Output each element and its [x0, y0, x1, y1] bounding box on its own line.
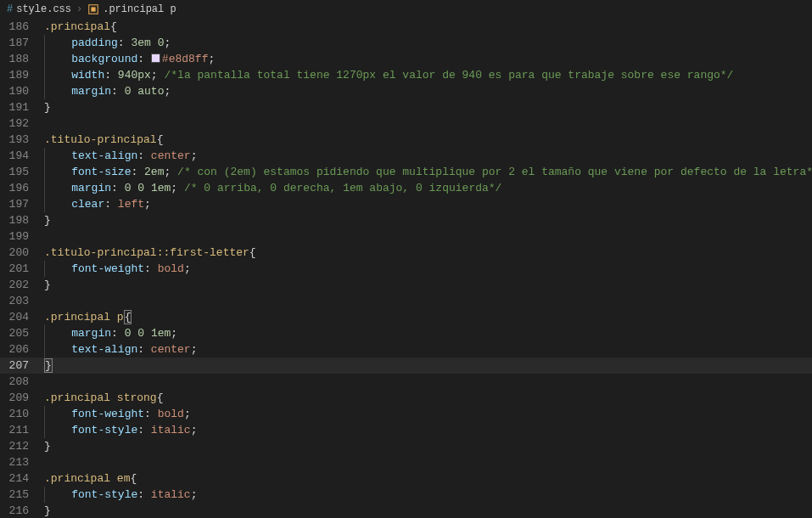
code-line[interactable]: 213: [0, 454, 812, 470]
code-line[interactable]: 198}: [0, 212, 812, 228]
code-content[interactable]: margin: 0 0 1em;: [44, 325, 812, 341]
line-number: 210: [0, 406, 44, 422]
code-content[interactable]: font-weight: bold;: [44, 261, 812, 277]
code-content[interactable]: .principal strong{: [44, 390, 812, 406]
line-number: 216: [0, 503, 44, 518]
code-content[interactable]: font-weight: bold;: [44, 406, 812, 422]
code-line[interactable]: 196 margin: 0 0 1em; /* 0 arriba, 0 dere…: [0, 180, 812, 196]
code-line[interactable]: 203: [0, 293, 812, 309]
hash-icon: #: [7, 3, 13, 15]
line-number: 192: [0, 115, 44, 132]
chevron-right-icon: ›: [76, 3, 82, 15]
code-line[interactable]: 208: [0, 374, 812, 390]
svg-rect-1: [92, 7, 96, 11]
code-content[interactable]: margin: 0 auto;: [44, 83, 812, 99]
line-number: 194: [0, 148, 44, 164]
code-line[interactable]: 204.principal p{: [0, 309, 812, 325]
code-content[interactable]: text-align: center;: [44, 148, 812, 164]
line-number: 209: [0, 390, 44, 406]
code-line[interactable]: 189 width: 940px; /*la pantalla total ti…: [0, 67, 812, 83]
code-line[interactable]: 197 clear: left;: [0, 196, 812, 212]
code-line[interactable]: 191}: [0, 99, 812, 115]
line-number: 190: [0, 83, 44, 99]
code-content[interactable]: [44, 115, 812, 132]
line-number: 205: [0, 325, 44, 341]
line-number: 215: [0, 487, 44, 503]
code-content[interactable]: margin: 0 0 1em; /* 0 arriba, 0 derecha,…: [44, 180, 812, 196]
code-line[interactable]: 187 padding: 3em 0;: [0, 35, 812, 51]
line-number: 203: [0, 293, 44, 309]
code-line[interactable]: 209.principal strong{: [0, 390, 812, 406]
code-content[interactable]: width: 940px; /*la pantalla total tiene …: [44, 67, 812, 83]
code-content[interactable]: .titulo-principal{: [44, 132, 812, 148]
line-number: 204: [0, 309, 44, 325]
code-line[interactable]: 200.titulo-principal::first-letter{: [0, 245, 812, 261]
code-content[interactable]: [44, 293, 812, 309]
code-content[interactable]: .principal{: [44, 19, 812, 35]
code-line[interactable]: 194 text-align: center;: [0, 148, 812, 164]
code-line[interactable]: 193.titulo-principal{: [0, 132, 812, 148]
code-line[interactable]: 212}: [0, 438, 812, 454]
line-number: 195: [0, 164, 44, 180]
code-line[interactable]: 188 background: #e8d8ff;: [0, 51, 812, 67]
code-content[interactable]: clear: left;: [44, 196, 812, 212]
line-number: 211: [0, 422, 44, 438]
line-number: 214: [0, 470, 44, 487]
breadcrumb[interactable]: # style.css › .principal p: [0, 0, 812, 19]
line-number: 212: [0, 438, 44, 454]
line-number: 188: [0, 51, 44, 67]
code-editor[interactable]: 186.principal{187 padding: 3em 0;188 bac…: [0, 19, 812, 518]
line-number: 198: [0, 212, 44, 228]
code-content[interactable]: font-style: italic;: [44, 487, 812, 503]
line-number: 186: [0, 19, 44, 35]
line-number: 208: [0, 374, 44, 390]
code-line[interactable]: 201 font-weight: bold;: [0, 261, 812, 277]
line-number: 187: [0, 35, 44, 51]
code-line[interactable]: 190 margin: 0 auto;: [0, 83, 812, 99]
line-number: 200: [0, 245, 44, 261]
code-content[interactable]: font-style: italic;: [44, 422, 812, 438]
line-number: 196: [0, 180, 44, 196]
code-line[interactable]: 216}: [0, 503, 812, 518]
code-line[interactable]: 192: [0, 115, 812, 132]
code-line[interactable]: 207}: [0, 358, 812, 374]
code-line[interactable]: 215 font-style: italic;: [0, 487, 812, 503]
code-content[interactable]: padding: 3em 0;: [44, 35, 812, 51]
line-number: 201: [0, 261, 44, 277]
code-content[interactable]: }: [44, 277, 812, 293]
code-line[interactable]: 199: [0, 228, 812, 245]
code-line[interactable]: 211 font-style: italic;: [0, 422, 812, 438]
line-number: 191: [0, 99, 44, 115]
selector-icon: [87, 3, 99, 15]
line-number: 213: [0, 454, 44, 470]
code-content[interactable]: }: [44, 438, 812, 454]
line-number: 207: [0, 358, 44, 374]
code-content[interactable]: [44, 374, 812, 390]
code-content[interactable]: .titulo-principal::first-letter{: [44, 245, 812, 261]
code-line[interactable]: 195 font-size: 2em; /* con (2em) estamos…: [0, 164, 812, 180]
code-content[interactable]: }: [44, 212, 812, 228]
code-line[interactable]: 214.principal em{: [0, 470, 812, 487]
code-content[interactable]: [44, 228, 812, 245]
line-number: 193: [0, 132, 44, 148]
code-line[interactable]: 210 font-weight: bold;: [0, 406, 812, 422]
line-number: 206: [0, 341, 44, 358]
code-line[interactable]: 206 text-align: center;: [0, 341, 812, 358]
code-content[interactable]: [44, 454, 812, 470]
code-line[interactable]: 205 margin: 0 0 1em;: [0, 325, 812, 341]
code-content[interactable]: background: #e8d8ff;: [44, 51, 812, 67]
code-content[interactable]: text-align: center;: [44, 341, 812, 358]
line-number: 189: [0, 67, 44, 83]
code-line[interactable]: 202}: [0, 277, 812, 293]
code-content[interactable]: .principal em{: [44, 470, 812, 487]
code-line[interactable]: 186.principal{: [0, 19, 812, 35]
code-content[interactable]: }: [44, 358, 812, 374]
line-number: 202: [0, 277, 44, 293]
code-content[interactable]: }: [44, 99, 812, 115]
code-content[interactable]: font-size: 2em; /* con (2em) estamos pid…: [44, 164, 812, 180]
breadcrumb-selector[interactable]: .principal p: [103, 3, 176, 15]
breadcrumb-file[interactable]: style.css: [16, 3, 71, 15]
code-content[interactable]: }: [44, 503, 812, 518]
line-number: 197: [0, 196, 44, 212]
code-content[interactable]: .principal p{: [44, 309, 812, 325]
